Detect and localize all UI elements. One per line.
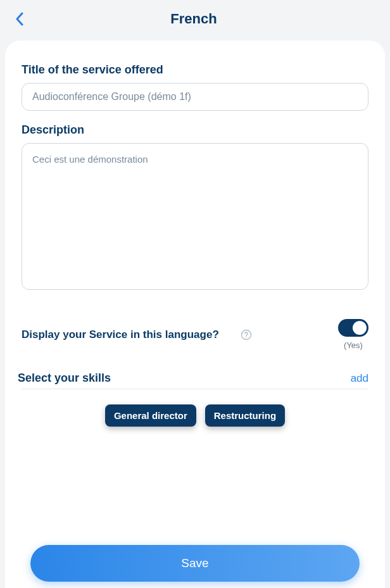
description-textarea[interactable]: Ceci est une démonstration bbox=[22, 143, 368, 290]
help-icon[interactable] bbox=[241, 329, 252, 341]
title-label: Title of the service offered bbox=[22, 63, 368, 77]
display-toggle[interactable] bbox=[338, 319, 368, 337]
description-field-group: Description Ceci est une démonstration bbox=[22, 123, 368, 292]
skills-header: Select your skills add bbox=[22, 372, 368, 389]
svg-point-1 bbox=[246, 336, 247, 337]
skill-chip[interactable]: General director bbox=[105, 404, 196, 427]
header: French bbox=[0, 0, 390, 38]
add-skill-link[interactable]: add bbox=[351, 372, 368, 385]
display-toggle-label: Display your Service in this language? bbox=[22, 328, 219, 341]
toggle-knob bbox=[353, 321, 367, 335]
display-toggle-row: Display your Service in this language? (… bbox=[22, 319, 368, 350]
title-input[interactable] bbox=[22, 83, 368, 111]
save-button[interactable]: Save bbox=[30, 545, 360, 582]
skill-chip[interactable]: Restructuring bbox=[205, 404, 285, 427]
skills-label: Select your skills bbox=[18, 372, 111, 385]
toggle-state-text: (Yes) bbox=[344, 341, 363, 350]
title-field-group: Title of the service offered bbox=[22, 63, 368, 111]
page-title: French bbox=[13, 11, 375, 27]
description-label: Description bbox=[22, 123, 368, 137]
skills-chips: General director Restructuring bbox=[22, 404, 368, 427]
form-card: Title of the service offered Description… bbox=[5, 41, 385, 588]
